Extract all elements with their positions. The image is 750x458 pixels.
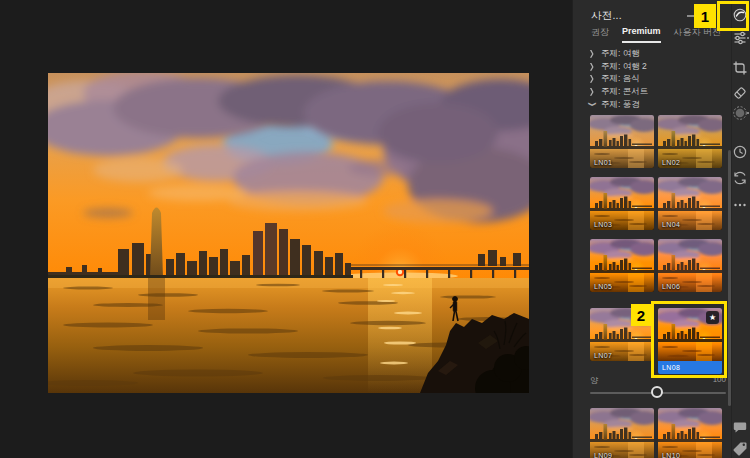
lightroom-app: 사전... 권장 Premium 사용자 버전 ❯ 주제: 여행 ❯ 주제: 여… bbox=[0, 0, 750, 458]
preset-group-list: ❯ 주제: 여행 ❯ 주제: 여행 2 ❯ 주제: 음식 ❯ 주제: 콘서트 ❯… bbox=[589, 48, 719, 111]
annotation-marker-2: 2 bbox=[631, 304, 651, 326]
preset-thumb-ln04[interactable]: LN04 bbox=[658, 177, 722, 230]
versions-button[interactable] bbox=[732, 144, 748, 160]
edit-sliders-icon bbox=[732, 30, 748, 46]
preset-thumb-ln06[interactable]: LN06 bbox=[658, 239, 722, 292]
preset-thumb-ln01[interactable]: LN01 bbox=[590, 115, 654, 168]
masking-icon bbox=[732, 105, 748, 121]
sync-button[interactable] bbox=[732, 170, 748, 186]
editor-canvas bbox=[0, 0, 572, 458]
healing-icon bbox=[732, 85, 748, 101]
preset-thumb-ln02[interactable]: LN02 bbox=[658, 115, 722, 168]
amount-slider-knob[interactable] bbox=[651, 386, 663, 398]
chevron-right-icon: ❯ bbox=[589, 87, 596, 97]
panel-indicator-dot bbox=[747, 112, 749, 114]
preset-name: LN01 bbox=[594, 159, 612, 166]
healing-button[interactable] bbox=[732, 85, 748, 101]
preset-name: LN02 bbox=[662, 159, 680, 166]
preset-group-concert[interactable]: ❯ 주제: 콘서트 bbox=[589, 86, 719, 99]
keywords-button[interactable] bbox=[732, 440, 748, 456]
preset-thumb-ln09[interactable]: LN09 bbox=[590, 408, 654, 458]
masking-button[interactable] bbox=[732, 105, 748, 121]
panel-indicator-dot bbox=[747, 37, 749, 39]
preset-thumb-ln05[interactable]: LN05 bbox=[590, 239, 654, 292]
versions-clock-icon bbox=[732, 144, 748, 160]
tab-premium[interactable]: Premium bbox=[622, 26, 661, 43]
preset-name: LN10 bbox=[662, 452, 680, 458]
preset-name: LN09 bbox=[594, 452, 612, 458]
crop-icon bbox=[732, 60, 748, 76]
annotation-highlight-2 bbox=[651, 301, 727, 378]
comments-button[interactable] bbox=[732, 419, 748, 435]
presets-tabs: 권장 Premium 사용자 버전 bbox=[591, 26, 721, 43]
preset-name: LN04 bbox=[662, 221, 680, 228]
annotation-marker-1: 1 bbox=[694, 4, 716, 28]
keywords-tag-icon bbox=[732, 440, 748, 456]
annotation-highlight-1 bbox=[717, 1, 749, 31]
tab-recommended[interactable]: 권장 bbox=[591, 26, 609, 43]
crop-button[interactable] bbox=[732, 60, 748, 76]
edit-button[interactable] bbox=[732, 30, 748, 46]
preset-thumb-ln10[interactable]: LN10 bbox=[658, 408, 722, 458]
amount-label: 양 bbox=[590, 375, 598, 386]
more-options-button[interactable] bbox=[732, 197, 748, 213]
preset-grid-partial: LN09 LN10 bbox=[590, 408, 722, 458]
chevron-right-icon: ❯ bbox=[589, 75, 596, 85]
preset-group-travel2[interactable]: ❯ 주제: 여행 2 bbox=[589, 61, 719, 74]
preset-name: LN05 bbox=[594, 283, 612, 290]
chevron-right-icon: ❯ bbox=[589, 49, 596, 59]
preset-group-food[interactable]: ❯ 주제: 음식 bbox=[589, 73, 719, 86]
presets-panel-title: 사전... bbox=[591, 9, 622, 23]
preset-grid: LN01 LN02 LN03 LN04 LN05 LN06 bbox=[590, 115, 722, 292]
preset-thumb-ln03[interactable]: LN03 bbox=[590, 177, 654, 230]
preset-group-landscape[interactable]: ❯ 주제: 풍경 bbox=[589, 98, 719, 111]
sync-icon bbox=[732, 170, 748, 186]
preset-name: LN06 bbox=[662, 283, 680, 290]
tab-user-presets[interactable]: 사용자 버전 bbox=[674, 26, 722, 43]
preset-name: LN03 bbox=[594, 221, 612, 228]
more-icon bbox=[732, 197, 748, 213]
preset-name: LN07 bbox=[594, 352, 612, 359]
chevron-down-icon: ❯ bbox=[588, 101, 598, 108]
photo-preview[interactable] bbox=[48, 73, 529, 393]
comments-icon bbox=[732, 419, 748, 435]
preset-group-travel[interactable]: ❯ 주제: 여행 bbox=[589, 48, 719, 61]
chevron-right-icon: ❯ bbox=[589, 62, 596, 72]
